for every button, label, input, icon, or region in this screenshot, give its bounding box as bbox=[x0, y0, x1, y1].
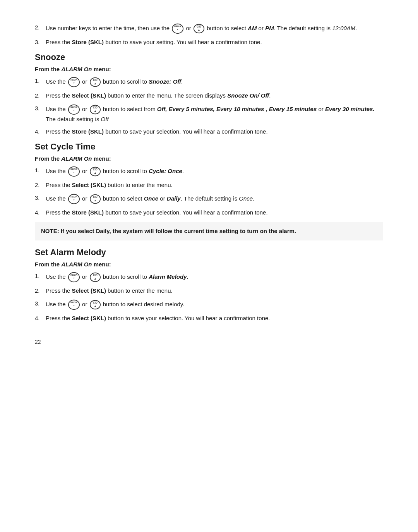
list-item: 3. Press the Store (SKL) button to save … bbox=[35, 38, 383, 47]
list-item: 3. Use the REDIA ▼ or CID ▲ button to se… bbox=[35, 104, 383, 124]
svg-text:▲: ▲ bbox=[94, 82, 96, 85]
rediav-icon: REDIA ▼ bbox=[68, 299, 80, 310]
set-cycle-time-heading: Set Cycle Time bbox=[35, 140, 383, 153]
list-number: 4. bbox=[35, 127, 43, 136]
svg-text:CID: CID bbox=[93, 301, 98, 304]
svg-text:▲: ▲ bbox=[94, 277, 96, 280]
svg-text:▼: ▼ bbox=[177, 29, 179, 31]
list-item: 1. Use the REDIA ▼ or CID ▲ button to sc… bbox=[35, 272, 383, 283]
svg-text:CID: CID bbox=[93, 106, 98, 109]
list-text: Use number keys to enter the time, then … bbox=[46, 23, 383, 34]
list-number: 3. bbox=[35, 104, 43, 124]
cid-icon: CID ▲ bbox=[89, 104, 101, 115]
list-item: 1. Use the REDIA ▼ or CID ▲ button to sc… bbox=[35, 77, 383, 88]
list-item: 3. Use the REDIA ▼ or CID ▲ button to se… bbox=[35, 299, 383, 310]
rediav-icon: REDIA ▼ bbox=[68, 77, 80, 88]
cid-icon: CID ▲ bbox=[89, 272, 101, 283]
melody-from-menu: From the ALARM On menu: bbox=[35, 260, 383, 269]
svg-text:REDIA: REDIA bbox=[175, 25, 182, 27]
list-text: Press the Store (SKL) button to save you… bbox=[46, 38, 383, 47]
list-text: Use the REDIA ▼ or CID ▲ button to selec… bbox=[46, 299, 383, 310]
list-text: Use the REDIA ▼ or CID ▲ button to scrol… bbox=[46, 272, 383, 283]
list-item: 2. Press the Select (SKL) button to ente… bbox=[35, 181, 383, 190]
list-text: Press the Select (SKL) button to enter t… bbox=[46, 181, 383, 190]
list-text: Press the Select (SKL) button to enter t… bbox=[46, 91, 383, 100]
note-text: NOTE: If you select Daily, the system wi… bbox=[41, 228, 296, 234]
svg-text:REDIA: REDIA bbox=[70, 79, 77, 81]
list-number: 3. bbox=[35, 194, 43, 204]
page-number: 22 bbox=[35, 338, 383, 346]
list-text: Use the REDIA ▼ or CID ▲ button to selec… bbox=[46, 194, 383, 204]
snooze-heading: Snooze bbox=[35, 51, 383, 63]
svg-text:CID: CID bbox=[93, 274, 98, 276]
list-number: 1. bbox=[35, 272, 43, 283]
list-text: Press the Select (SKL) button to enter t… bbox=[46, 287, 383, 295]
list-text: Use the REDIA ▼ or CID ▲ button to selec… bbox=[46, 104, 383, 124]
rewind-icon: REDIA ▼ bbox=[171, 23, 184, 34]
cid-icon: CID ▲ bbox=[89, 77, 101, 88]
svg-text:CID: CID bbox=[197, 25, 201, 28]
list-number: 4. bbox=[35, 314, 43, 323]
list-text: Press the Store (SKL) button to save you… bbox=[46, 127, 383, 136]
list-number: 2. bbox=[35, 91, 43, 100]
list-number: 1. bbox=[35, 77, 43, 88]
svg-text:▼: ▼ bbox=[73, 277, 75, 279]
list-item: 1. Use the REDIA ▼ or CID ▲ button to sc… bbox=[35, 166, 383, 177]
cid-icon: CID ▲ bbox=[89, 166, 101, 177]
svg-text:▲: ▲ bbox=[94, 109, 96, 112]
forward-icon: CID ▲ bbox=[193, 23, 205, 34]
list-text: Press the Select (SKL) button to save yo… bbox=[46, 314, 383, 323]
list-number: 4. bbox=[35, 208, 43, 217]
snooze-from-menu: From the ALARM On menu: bbox=[35, 65, 383, 74]
set-alarm-melody-section: Set Alarm Melody From the ALARM On menu:… bbox=[35, 246, 383, 323]
svg-text:CID: CID bbox=[93, 196, 98, 198]
list-item: 4. Press the Select (SKL) button to save… bbox=[35, 314, 383, 323]
svg-text:CID: CID bbox=[93, 79, 98, 81]
snooze-section: Snooze From the ALARM On menu: 1. Use th… bbox=[35, 51, 383, 136]
list-number: 2. bbox=[35, 181, 43, 190]
page-content: 2. Use number keys to enter the time, th… bbox=[35, 23, 383, 346]
list-text: Press the Store (SKL) button to save you… bbox=[46, 208, 383, 217]
list-item: 2. Use number keys to enter the time, th… bbox=[35, 23, 383, 34]
list-number: 3. bbox=[35, 299, 43, 310]
set-cycle-time-section: Set Cycle Time From the ALARM On menu: 1… bbox=[35, 140, 383, 240]
list-item: 4. Press the Store (SKL) button to save … bbox=[35, 127, 383, 136]
list-number: 3. bbox=[35, 38, 43, 47]
list-text: Use the REDIA ▼ or CID ▲ button to scrol… bbox=[46, 77, 383, 88]
svg-text:REDIA: REDIA bbox=[70, 106, 77, 108]
set-alarm-melody-heading: Set Alarm Melody bbox=[35, 246, 383, 259]
list-item: 2. Press the Select (SKL) button to ente… bbox=[35, 287, 383, 295]
svg-text:REDIA: REDIA bbox=[70, 274, 77, 276]
list-number: 1. bbox=[35, 166, 43, 177]
svg-text:▲: ▲ bbox=[94, 198, 96, 202]
svg-text:▲: ▲ bbox=[94, 304, 96, 307]
cid-icon: CID ▲ bbox=[89, 299, 101, 310]
svg-text:▼: ▼ bbox=[73, 304, 75, 306]
rediav-icon: REDIA ▼ bbox=[68, 166, 80, 177]
svg-text:REDIA: REDIA bbox=[70, 168, 77, 170]
rediav-icon: REDIA ▼ bbox=[68, 272, 80, 283]
note-box: NOTE: If you select Daily, the system wi… bbox=[35, 222, 383, 240]
rediav-icon: REDIA ▼ bbox=[68, 194, 80, 204]
cid-icon: CID ▲ bbox=[89, 194, 101, 204]
rediav-icon: REDIA ▼ bbox=[68, 104, 80, 115]
svg-text:▲: ▲ bbox=[197, 28, 200, 32]
list-item: 3. Use the REDIA ▼ or CID ▲ button to se… bbox=[35, 194, 383, 204]
list-number: 2. bbox=[35, 23, 43, 34]
svg-text:▼: ▼ bbox=[73, 109, 75, 111]
list-item: 2. Press the Select (SKL) button to ente… bbox=[35, 91, 383, 100]
list-text: Use the REDIA ▼ or CID ▲ button to scrol… bbox=[46, 166, 383, 177]
svg-text:REDIA: REDIA bbox=[70, 196, 77, 198]
intro-section: 2. Use number keys to enter the time, th… bbox=[35, 23, 383, 47]
svg-text:CID: CID bbox=[93, 168, 98, 171]
svg-text:▼: ▼ bbox=[73, 82, 75, 84]
svg-text:▼: ▼ bbox=[73, 199, 75, 201]
svg-text:REDIA: REDIA bbox=[70, 301, 77, 304]
cycle-from-menu: From the ALARM On menu: bbox=[35, 154, 383, 163]
svg-text:▼: ▼ bbox=[73, 172, 75, 173]
list-item: 4. Press the Store (SKL) button to save … bbox=[35, 208, 383, 217]
svg-text:▲: ▲ bbox=[94, 171, 96, 175]
list-number: 2. bbox=[35, 287, 43, 295]
